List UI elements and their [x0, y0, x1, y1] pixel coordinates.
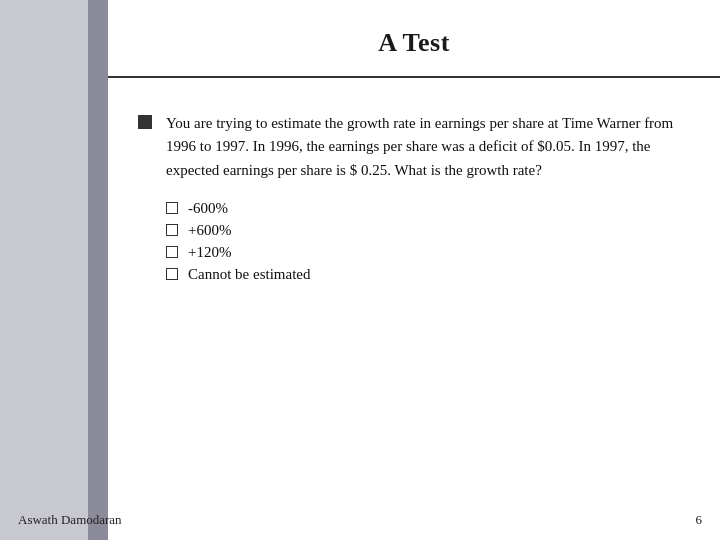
footer-page-number: 6 — [696, 512, 703, 528]
left-sidebar — [0, 0, 108, 540]
main-content: A Test You are trying to estimate the gr… — [108, 0, 720, 540]
option-label-1: -600% — [188, 200, 228, 217]
options-list: -600% +600% +120% Cannot be estimated — [166, 200, 690, 283]
option-checkbox-1[interactable] — [166, 202, 178, 214]
slide-title: A Test — [378, 28, 450, 57]
option-label-3: +120% — [188, 244, 231, 261]
question-block: You are trying to estimate the growth ra… — [138, 112, 690, 182]
footer: Aswath Damodaran 6 — [0, 512, 720, 528]
bullet-icon — [138, 115, 152, 129]
footer-author: Aswath Damodaran — [18, 512, 122, 528]
option-item-4[interactable]: Cannot be estimated — [166, 266, 690, 283]
title-area: A Test — [108, 0, 720, 76]
option-checkbox-2[interactable] — [166, 224, 178, 236]
option-item-3[interactable]: +120% — [166, 244, 690, 261]
option-checkbox-4[interactable] — [166, 268, 178, 280]
content-body: You are trying to estimate the growth ra… — [108, 102, 720, 298]
question-text: You are trying to estimate the growth ra… — [166, 112, 690, 182]
title-divider — [108, 76, 720, 78]
option-item-1[interactable]: -600% — [166, 200, 690, 217]
left-sidebar-inner — [0, 0, 88, 540]
option-checkbox-3[interactable] — [166, 246, 178, 258]
option-label-4: Cannot be estimated — [188, 266, 310, 283]
option-item-2[interactable]: +600% — [166, 222, 690, 239]
option-label-2: +600% — [188, 222, 231, 239]
